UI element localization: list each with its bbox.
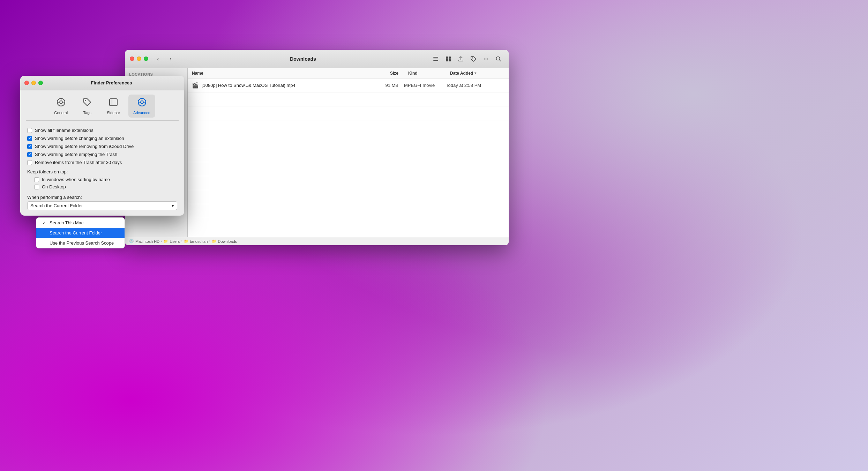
tariosultan-breadcrumb-label: tariosultan <box>190 239 208 244</box>
finder-maximize-button[interactable] <box>144 57 148 61</box>
prefs-traffic-lights <box>24 81 43 85</box>
checkbox-warn-trash[interactable]: Show warning before emptying the Trash <box>27 150 177 158</box>
finder-preferences-window: Finder Preferences General <box>20 76 184 216</box>
search-mac-check-icon: ✓ <box>41 220 47 225</box>
checkbox-remove-trash[interactable]: Remove items from the Trash after 30 day… <box>27 158 177 166</box>
checkbox-warn-icloud[interactable]: Show warning before removing from iCloud… <box>27 142 177 150</box>
users-breadcrumb-label: Users <box>170 239 180 244</box>
svg-point-22 <box>141 101 143 104</box>
more-button[interactable] <box>481 54 491 64</box>
finder-back-button[interactable]: ‹ <box>153 54 163 64</box>
sidebar-icon <box>108 97 118 109</box>
remove-trash-label: Remove items from the Trash after 30 day… <box>35 160 122 165</box>
col-kind-header[interactable]: Kind <box>404 71 446 76</box>
macintosh-hd-breadcrumb-label: Macintosh HD <box>135 239 159 244</box>
finder-toolbar: ‹ › Downloads <box>125 50 509 68</box>
warn-trash-checkbox[interactable] <box>27 152 32 157</box>
downloads-breadcrumb-icon: 📁 <box>212 239 217 244</box>
dropdown-item-search-mac[interactable]: ✓ Search This Mac <box>36 218 125 228</box>
dropdown-item-search-folder[interactable]: Search the Current Folder <box>36 228 125 238</box>
finder-close-button[interactable] <box>130 57 134 61</box>
search-previous-label: Use the Previous Search Scope <box>50 240 114 246</box>
tab-general[interactable]: General <box>49 95 73 118</box>
breadcrumb-sep-3: › <box>209 239 210 243</box>
tab-advanced[interactable]: Advanced <box>128 95 155 118</box>
svg-point-13 <box>60 101 62 104</box>
prefs-maximize-button[interactable] <box>38 81 43 85</box>
general-icon <box>56 97 66 109</box>
downloads-breadcrumb-label: Downloads <box>218 239 237 244</box>
empty-row-6 <box>188 162 509 176</box>
empty-row-1 <box>188 92 509 106</box>
tab-sidebar[interactable]: Sidebar <box>102 95 125 118</box>
folders-windows-checkbox[interactable] <box>34 177 39 182</box>
empty-row-2 <box>188 106 509 120</box>
show-extensions-label: Show all filename extensions <box>35 128 93 133</box>
warn-icloud-checkbox[interactable] <box>27 144 32 149</box>
finder-title: Downloads <box>178 56 428 62</box>
empty-row-9 <box>188 204 509 218</box>
file-kind-cell: MPEG-4 movie <box>404 83 446 88</box>
dropdown-item-search-previous[interactable]: Use the Previous Search Scope <box>36 238 125 248</box>
share-button[interactable] <box>456 54 466 64</box>
checkbox-warn-extension[interactable]: Show warning before changing an extensio… <box>27 134 177 142</box>
search-folder-label: Search the Current Folder <box>50 230 102 236</box>
view-list-button[interactable] <box>431 54 441 64</box>
svg-rect-6 <box>449 59 451 61</box>
breadcrumb-macintosh-hd: 💿 Macintosh HD <box>129 239 159 244</box>
breadcrumb-sep-1: › <box>161 239 162 243</box>
search-mac-label: Search This Mac <box>50 220 83 225</box>
svg-point-10 <box>487 58 488 59</box>
search-dropdown-menu: ✓ Search This Mac Search the Current Fol… <box>36 217 125 248</box>
finder-statusbar: 💿 Macintosh HD › 📁 Users › 📁 tariosultan… <box>125 237 509 245</box>
empty-row-7 <box>188 176 509 190</box>
advanced-icon <box>137 97 147 109</box>
file-date-cell: Today at 2:58 PM <box>446 83 509 88</box>
svg-rect-1 <box>433 59 438 59</box>
warn-icloud-label: Show warning before removing from iCloud… <box>35 144 134 149</box>
finder-traffic-lights <box>130 57 148 61</box>
remove-trash-checkbox[interactable] <box>27 160 32 165</box>
col-date-header[interactable]: Date Added ▾ <box>446 71 509 76</box>
tab-tags[interactable]: Tags <box>76 95 98 118</box>
breadcrumb-downloads: 📁 Downloads <box>212 239 237 244</box>
warn-trash-label: Show warning before emptying the Trash <box>35 152 117 157</box>
col-date-sort-icon: ▾ <box>474 71 476 75</box>
checkbox-show-extensions[interactable]: Show all filename extensions <box>27 126 177 134</box>
breadcrumb-users: 📁 Users <box>163 239 180 244</box>
empty-row-3 <box>188 120 509 134</box>
finder-minimize-button[interactable] <box>137 57 141 61</box>
file-name-cell: 🎬 [1080p] How to Show...& MacOS Tutorial… <box>188 82 376 89</box>
tab-sidebar-label: Sidebar <box>107 111 120 115</box>
file-icon: 🎬 <box>192 82 199 89</box>
svg-rect-3 <box>446 57 448 59</box>
empty-row-8 <box>188 190 509 204</box>
svg-point-7 <box>472 57 473 58</box>
breadcrumb-sep-2: › <box>181 239 182 243</box>
file-name: [1080p] How to Show...& MacOS Tutorial).… <box>202 83 295 88</box>
col-name-header[interactable]: Name <box>188 71 376 76</box>
breadcrumb-tariosultan: 📁 tariosultan <box>184 239 208 244</box>
tag-button[interactable] <box>468 54 479 64</box>
warn-extension-label: Show warning before changing an extensio… <box>35 136 124 141</box>
tariosultan-breadcrumb-icon: 📁 <box>184 239 189 244</box>
finder-column-header: Name Size Kind Date Added ▾ <box>188 68 509 78</box>
checkbox-folders-windows[interactable]: In windows when sorting by name <box>27 176 177 183</box>
table-row[interactable]: 🎬 [1080p] How to Show...& MacOS Tutorial… <box>188 78 509 92</box>
finder-forward-button[interactable]: › <box>166 54 175 64</box>
checkbox-folders-desktop[interactable]: On Desktop <box>27 183 177 190</box>
tags-icon <box>82 97 92 109</box>
file-size-cell: 91 MB <box>376 83 404 88</box>
search-section-label: When performing a search: <box>27 195 177 200</box>
search-button[interactable] <box>493 54 504 64</box>
finder-toolbar-right <box>431 54 504 64</box>
col-size-header[interactable]: Size <box>376 71 404 76</box>
view-grid-button[interactable] <box>443 54 454 64</box>
prefs-minimize-button[interactable] <box>31 81 36 85</box>
search-dropdown-trigger[interactable]: Search the Current Folder ▾ <box>27 201 177 210</box>
warn-extension-checkbox[interactable] <box>27 136 32 141</box>
tab-advanced-label: Advanced <box>133 111 150 115</box>
folders-desktop-checkbox[interactable] <box>34 185 39 189</box>
prefs-close-button[interactable] <box>24 81 29 85</box>
show-extensions-checkbox[interactable] <box>27 128 32 133</box>
